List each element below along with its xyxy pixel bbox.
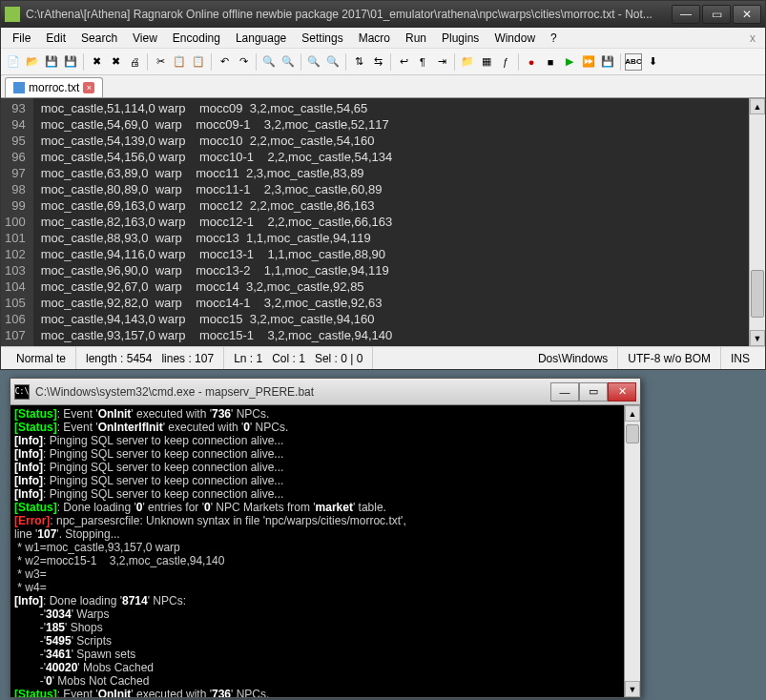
close-file-icon[interactable]: ✖ [88, 53, 105, 71]
close-all-icon[interactable]: ✖ [107, 53, 124, 71]
menu-plugins[interactable]: Plugins [434, 30, 487, 47]
paste-icon[interactable]: 📋 [190, 53, 207, 71]
copy-icon[interactable]: 📋 [171, 53, 188, 71]
tab-close-icon[interactable]: × [83, 82, 94, 93]
stop-record-icon[interactable]: ■ [542, 53, 559, 71]
save-all-icon[interactable]: 💾 [62, 53, 79, 71]
doc-map-icon[interactable]: ▦ [478, 53, 495, 71]
tab-label: morroc.txt [29, 81, 79, 94]
cmd-titlebar[interactable]: C:\ C:\Windows\system32\cmd.exe - mapser… [10, 379, 640, 405]
undo-icon[interactable]: ↶ [216, 53, 233, 71]
npp-title-text: C:\rAthena\[rAthena] Ragnarok Online off… [26, 8, 672, 21]
menu-edit[interactable]: Edit [38, 30, 73, 47]
sync-h-icon[interactable]: ⇆ [369, 53, 386, 71]
cmd-scroll-up-icon[interactable]: ▲ [625, 405, 640, 422]
cmd-body[interactable]: [Status]: Event 'OnInit' executed with '… [10, 405, 640, 697]
status-encoding: UTF-8 w/o BOM [618, 347, 721, 369]
notepad-plus-window: C:\rAthena\[rAthena] Ragnarok Online off… [0, 0, 766, 370]
save-macro-icon[interactable]: 💾 [599, 53, 616, 71]
scroll-up-icon[interactable]: ▲ [750, 98, 765, 114]
status-insert: INS [721, 347, 759, 369]
maximize-button[interactable]: ▭ [702, 5, 731, 24]
record-icon[interactable]: ● [523, 53, 540, 71]
scroll-down-icon[interactable]: ▼ [750, 330, 765, 346]
npp-menubar-close-icon[interactable]: x [744, 31, 761, 45]
zoom-out-icon[interactable]: 🔍 [324, 53, 342, 71]
menu-file[interactable]: File [5, 30, 38, 47]
indent-icon[interactable]: ⇥ [433, 53, 450, 71]
wrap-icon[interactable]: ↩ [395, 53, 412, 71]
status-eol: Dos\Windows [528, 347, 618, 369]
show-all-icon[interactable]: ¶ [414, 53, 431, 71]
sync-v-icon[interactable]: ⇅ [350, 53, 367, 71]
replace-icon[interactable]: 🔍 [279, 53, 297, 71]
cmd-scroll-down-icon[interactable]: ▼ [625, 681, 640, 697]
func-list-icon[interactable]: ƒ [497, 53, 514, 71]
cmd-close-button[interactable]: ✕ [608, 382, 636, 401]
close-button[interactable]: ✕ [733, 5, 761, 24]
file-icon [13, 82, 25, 93]
menu-language[interactable]: Language [228, 30, 294, 47]
cmd-output: [Status]: Event 'OnInit' executed with '… [10, 405, 624, 697]
npp-titlebar[interactable]: C:\rAthena\[rAthena] Ragnarok Online off… [1, 1, 765, 28]
scroll-thumb[interactable] [751, 270, 764, 318]
find-icon[interactable]: 🔍 [260, 53, 278, 71]
menu-window[interactable]: Window [487, 30, 543, 47]
cmd-vertical-scrollbar[interactable]: ▲ ▼ [624, 405, 640, 697]
status-normal: Normal te [7, 347, 76, 369]
npp-app-icon [5, 7, 20, 22]
npp-statusbar: Normal te length : 5454 lines : 107 Ln :… [1, 346, 765, 369]
menu-run[interactable]: Run [398, 30, 434, 47]
cmd-app-icon: C:\ [14, 384, 30, 400]
tab-morroc[interactable]: morroc.txt × [5, 77, 103, 97]
play-multi-icon[interactable]: ⏩ [580, 53, 597, 71]
npp-tab-bar: morroc.txt × [1, 75, 765, 98]
menu-search[interactable]: Search [73, 30, 125, 47]
cut-icon[interactable]: ✂ [152, 53, 169, 71]
save-icon[interactable]: 💾 [43, 53, 60, 71]
npp-editor[interactable]: 93949596979899100101102103104105106107 m… [1, 98, 765, 346]
cmd-scroll-thumb[interactable] [626, 424, 639, 443]
cmd-window: C:\ C:\Windows\system32\cmd.exe - mapser… [10, 378, 641, 698]
cmd-title-text: C:\Windows\system32\cmd.exe - mapserv_PR… [35, 385, 550, 399]
code-area[interactable]: moc_castle,51,114,0 warp mocc09 3,2,moc_… [33, 98, 749, 346]
open-file-icon[interactable]: 📂 [24, 53, 41, 71]
menu-?[interactable]: ? [543, 30, 565, 47]
status-length: length : 5454 lines : 107 [76, 347, 224, 369]
new-file-icon[interactable]: 📄 [5, 53, 22, 71]
menu-view[interactable]: View [125, 30, 165, 47]
play-icon[interactable]: ▶ [561, 53, 578, 71]
menu-settings[interactable]: Settings [294, 30, 350, 47]
menu-encoding[interactable]: Encoding [165, 30, 228, 47]
folder-icon[interactable]: 📁 [459, 53, 476, 71]
vertical-scrollbar[interactable]: ▲ ▼ [749, 98, 765, 346]
cmd-maximize-button[interactable]: ▭ [579, 382, 608, 401]
cmd-minimize-button[interactable]: — [550, 382, 579, 401]
menu-macro[interactable]: Macro [351, 30, 398, 47]
spellcheck-icon[interactable]: ABC [625, 53, 642, 71]
spellcheck-next-icon[interactable]: ⬇ [644, 53, 661, 71]
minimize-button[interactable]: — [672, 5, 700, 24]
print-icon[interactable]: 🖨 [126, 53, 143, 71]
npp-menubar: FileEditSearchViewEncodingLanguageSettin… [1, 28, 765, 49]
line-number-gutter: 93949596979899100101102103104105106107 [1, 98, 33, 346]
zoom-in-icon[interactable]: 🔍 [305, 53, 322, 71]
npp-toolbar: 📄 📂 💾 💾 ✖ ✖ 🖨 ✂ 📋 📋 ↶ ↷ 🔍 🔍 🔍 🔍 ⇅ ⇆ ↩ ¶ … [1, 49, 765, 75]
status-pos: Ln : 1 Col : 1 Sel : 0 | 0 [224, 347, 373, 369]
redo-icon[interactable]: ↷ [235, 53, 252, 71]
